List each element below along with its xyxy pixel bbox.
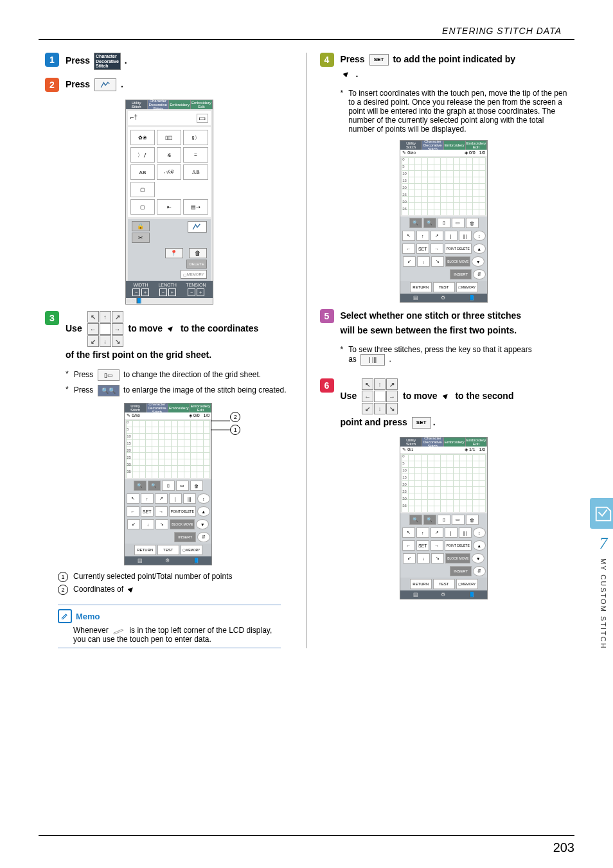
pattern-btn-7: ▢ (130, 182, 155, 197)
step-3-badge: 3 (45, 311, 59, 325)
step-1-badge: 1 (45, 53, 59, 67)
header-rule (39, 39, 574, 40)
step-5-line2: will be sewn between the first two point… (341, 324, 522, 337)
pattern-btn-1: ✿❀ (130, 130, 155, 145)
footnote-2: 2 Coordinates of (58, 585, 281, 595)
pen-icon (167, 324, 176, 333)
step-4: 4 Press SET to add the point indicated b… (320, 53, 569, 81)
grid-screen-1: Utility Stitch Character Decorative Stit… (124, 403, 212, 565)
chapter-number: 7 (600, 534, 608, 553)
pen-icon (442, 392, 451, 401)
pen-icon (127, 585, 136, 594)
gs1-tab-emb: Embroidery (168, 403, 190, 412)
step-3-line2: of the first point on the grid sheet. (66, 348, 258, 362)
arrow-keypad: ↖↑↗ ←→ ↙↓↘ (362, 378, 398, 414)
custom-stitch-key (94, 78, 116, 91)
font-btn-2: 𝒜ℬ (157, 164, 181, 180)
step-3-verb: Use (66, 323, 82, 333)
step-6: 6 Use ↖↑↗ ←→ ↙↓↘ to move to the second p… (320, 378, 569, 429)
note-5: * To sew three stitches, press the key s… (341, 345, 569, 366)
step-1-after: . (125, 55, 127, 66)
step-6-verb: Use (341, 391, 357, 401)
grid-direction-key: ▯▭ (98, 369, 120, 381)
pattern-btn-6: ≡ (183, 147, 208, 163)
length-label: LENGTH (158, 283, 176, 287)
char-deco-stitch-key: CharacterDecorativeStitch (94, 53, 121, 70)
step-2-badge: 2 (45, 78, 59, 92)
gs1-point-delete: POINT DELETE (169, 506, 196, 517)
step-3: 3 Use ↖↑↗ ←→ ↙↓↘ to move to the coordina… (45, 311, 294, 362)
character-menu-screen: Utility Stitch Character Decorative Stit… (125, 100, 213, 305)
tab-utility: Utility Stitch (126, 100, 148, 109)
tab-character: Character Decorative Stitch (148, 100, 170, 109)
lock-icon: 🔒 (132, 221, 150, 231)
arrow-keypad: ↖↑↗ ←→ ↙↓↘ (87, 311, 123, 347)
tab-embroidery-edit: Embroidery Edit (191, 100, 213, 109)
pattern-btn-4: 〉〳 (130, 147, 155, 163)
trash-icon: 🗑 (189, 248, 207, 258)
note-3a: * Press ▯▭ to change the direction of th… (66, 369, 294, 381)
pattern-btn-5: ※ (157, 147, 181, 163)
note-4: * To insert coordinates with the touch p… (341, 89, 569, 134)
tab-embroidery: Embroidery (169, 100, 191, 109)
header-title: ENTERING STITCH DATA (0, 0, 613, 39)
pattern-btn-10: ▤⇢ (183, 199, 208, 215)
scissors-icon: ✂ (132, 233, 150, 243)
gs1-insert: INSERT (174, 532, 196, 542)
svg-line-2 (122, 629, 123, 630)
set-key: SET (369, 54, 389, 66)
step-6-badge: 6 (320, 378, 334, 393)
note-3b: * Press 🔍🔍 to enlarge the image of the s… (66, 385, 294, 396)
step-6-mid: to move (403, 391, 438, 401)
pattern-btn-3: §〉 (183, 130, 208, 145)
needle-icon: 📍 (165, 248, 183, 258)
enlarge-key: 🔍🔍 (98, 385, 120, 396)
step-5: 5 Select whether one stitch or three sti… (320, 309, 569, 337)
set-key: SET (412, 417, 431, 429)
pattern-btn-2: ▯◫ (157, 130, 181, 145)
step-6-line2-after: . (433, 417, 436, 427)
memo-icon (58, 609, 72, 623)
step-2: 2 Press . (45, 78, 294, 92)
step-5-line1: Select whether one stitch or three stitc… (341, 310, 522, 321)
gs1-test: TEST (157, 545, 179, 555)
step-2-after: . (121, 79, 123, 89)
step-6-mid2: to the second (455, 391, 513, 401)
gs1-tab-utility: Utility Stitch (125, 403, 147, 412)
memo-box: Memo Whenever is in the top left corner … (58, 605, 281, 648)
font-btn-3: 𝔸𝔹 (183, 164, 208, 180)
gs1-set-btn: SET (141, 506, 154, 517)
gs1-return: RETURN (134, 545, 156, 555)
chapter-tab-icon (590, 498, 613, 529)
step-5-badge: 5 (320, 309, 334, 323)
step-6-line2-pre: point and press (341, 417, 407, 427)
step-1: 1 Press CharacterDecorativeStitch . (45, 53, 294, 70)
tension-label: TENSION (186, 283, 206, 287)
grid-screen-2: Utility Stitch Character Decorative Stit… (400, 140, 488, 303)
footnote-1: 1 Currently selected point/Total number … (58, 572, 281, 582)
width-label: WIDTH (132, 283, 149, 287)
grid-screen-3: Utility Stitch Character Decorative Stit… (400, 437, 488, 599)
font-btn-1: AB (130, 164, 155, 180)
step-1-verb: Press (66, 55, 90, 66)
page-number: 203 (553, 840, 574, 855)
step-4-mid: to add the point indicated by (393, 54, 515, 64)
gs1-tab-embedit: Embroidery Edit (190, 403, 212, 412)
three-stitch-key: | ||| (360, 354, 385, 366)
step-2-verb: Press (66, 79, 90, 89)
custom-stitch-highlight (188, 221, 207, 233)
pen-icon (342, 70, 351, 79)
memo-title: Memo (76, 612, 100, 621)
gs1-block-move: BLOCK MOVE (170, 519, 195, 529)
step-3-mid: to move (128, 323, 163, 333)
step-4-badge: 4 (320, 53, 334, 67)
step-4-verb: Press (341, 54, 365, 64)
step-3-mid2: to the coordinates (181, 323, 258, 333)
memory-key: ▢MEMORY (181, 270, 207, 279)
pencil-icon (112, 627, 125, 635)
pattern-btn-9: ⇤ (157, 199, 181, 215)
chapter-tab: 7 MY CUSTOM STITCH (594, 498, 613, 665)
delete-key: DELETE (186, 260, 206, 269)
footer-rule (39, 835, 574, 836)
gs1-tab-char: Character Decorative Stitch (147, 403, 168, 412)
